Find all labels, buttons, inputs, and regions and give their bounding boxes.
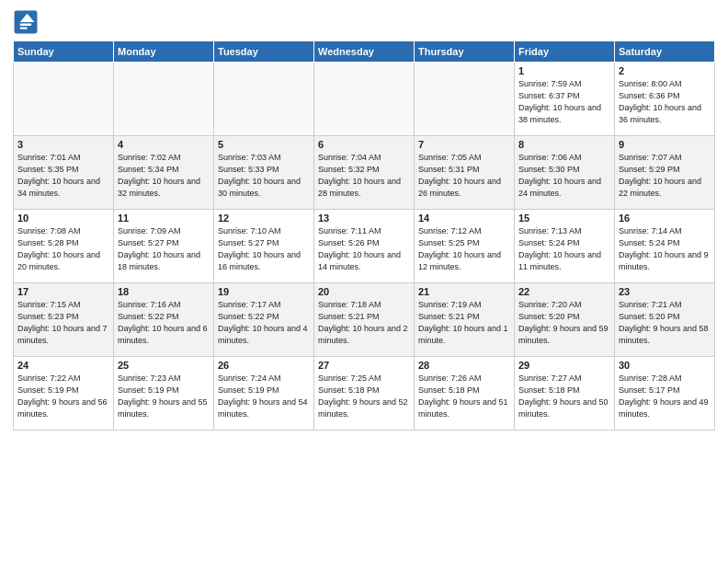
day-info: Sunrise: 7:12 AM Sunset: 5:25 PM Dayligh…	[418, 225, 510, 273]
calendar-week-row: 1Sunrise: 7:59 AM Sunset: 6:37 PM Daylig…	[14, 63, 715, 136]
day-info: Sunrise: 7:01 AM Sunset: 5:35 PM Dayligh…	[17, 152, 109, 200]
calendar-cell: 12Sunrise: 7:10 AM Sunset: 5:27 PM Dayli…	[214, 210, 314, 283]
calendar-cell: 3Sunrise: 7:01 AM Sunset: 5:35 PM Daylig…	[14, 136, 114, 210]
calendar-cell: 21Sunrise: 7:19 AM Sunset: 5:21 PM Dayli…	[415, 283, 515, 357]
calendar-cell	[214, 63, 314, 136]
day-number: 13	[318, 213, 410, 224]
day-number: 15	[518, 213, 610, 224]
weekday-header: Monday	[114, 41, 214, 63]
calendar-cell: 18Sunrise: 7:16 AM Sunset: 5:22 PM Dayli…	[114, 283, 214, 357]
calendar-cell: 1Sunrise: 7:59 AM Sunset: 6:37 PM Daylig…	[515, 63, 615, 136]
day-info: Sunrise: 7:25 AM Sunset: 5:18 PM Dayligh…	[318, 373, 410, 420]
day-number: 23	[619, 286, 711, 297]
calendar-cell: 14Sunrise: 7:12 AM Sunset: 5:25 PM Dayli…	[415, 210, 515, 283]
day-info: Sunrise: 7:08 AM Sunset: 5:28 PM Dayligh…	[17, 225, 109, 273]
calendar-cell: 24Sunrise: 7:22 AM Sunset: 5:19 PM Dayli…	[14, 357, 114, 431]
day-info: Sunrise: 7:17 AM Sunset: 5:22 PM Dayligh…	[218, 299, 310, 347]
day-info: Sunrise: 7:05 AM Sunset: 5:31 PM Dayligh…	[418, 152, 510, 200]
calendar-cell	[14, 63, 114, 136]
logo-icon	[13, 9, 39, 35]
day-number: 16	[619, 213, 711, 224]
day-number: 26	[218, 360, 310, 371]
day-number: 3	[17, 139, 109, 150]
day-number: 29	[518, 360, 610, 371]
calendar-cell: 5Sunrise: 7:03 AM Sunset: 5:33 PM Daylig…	[214, 136, 314, 210]
calendar-cell: 23Sunrise: 7:21 AM Sunset: 5:20 PM Dayli…	[615, 283, 715, 357]
day-info: Sunrise: 7:14 AM Sunset: 5:24 PM Dayligh…	[619, 225, 711, 273]
day-info: Sunrise: 7:07 AM Sunset: 5:29 PM Dayligh…	[619, 152, 711, 200]
page: SundayMondayTuesdayWednesdayThursdayFrid…	[0, 0, 728, 563]
day-number: 10	[17, 213, 109, 224]
day-number: 20	[318, 286, 410, 297]
calendar-cell	[415, 63, 515, 136]
day-info: Sunrise: 7:04 AM Sunset: 5:32 PM Dayligh…	[318, 152, 410, 200]
calendar-cell: 6Sunrise: 7:04 AM Sunset: 5:32 PM Daylig…	[314, 136, 415, 210]
calendar-cell: 9Sunrise: 7:07 AM Sunset: 5:29 PM Daylig…	[615, 136, 715, 210]
calendar-body: 1Sunrise: 7:59 AM Sunset: 6:37 PM Daylig…	[14, 63, 715, 431]
calendar-header: SundayMondayTuesdayWednesdayThursdayFrid…	[14, 41, 715, 63]
day-info: Sunrise: 7:59 AM Sunset: 6:37 PM Dayligh…	[518, 78, 610, 126]
svg-rect-2	[20, 24, 31, 26]
day-info: Sunrise: 7:27 AM Sunset: 5:18 PM Dayligh…	[518, 373, 610, 420]
calendar-cell: 7Sunrise: 7:05 AM Sunset: 5:31 PM Daylig…	[415, 136, 515, 210]
calendar-cell: 25Sunrise: 7:23 AM Sunset: 5:19 PM Dayli…	[114, 357, 214, 431]
day-info: Sunrise: 7:21 AM Sunset: 5:20 PM Dayligh…	[619, 299, 711, 347]
day-info: Sunrise: 7:15 AM Sunset: 5:23 PM Dayligh…	[17, 299, 109, 347]
calendar-table: SundayMondayTuesdayWednesdayThursdayFrid…	[13, 40, 715, 431]
day-number: 28	[418, 360, 510, 371]
day-number: 22	[518, 286, 610, 297]
day-number: 19	[218, 286, 310, 297]
day-info: Sunrise: 7:28 AM Sunset: 5:17 PM Dayligh…	[619, 373, 711, 420]
calendar-cell: 22Sunrise: 7:20 AM Sunset: 5:20 PM Dayli…	[515, 283, 615, 357]
calendar-cell: 15Sunrise: 7:13 AM Sunset: 5:24 PM Dayli…	[515, 210, 615, 283]
logo	[13, 9, 42, 35]
day-info: Sunrise: 7:16 AM Sunset: 5:22 PM Dayligh…	[118, 299, 210, 347]
day-number: 2	[619, 65, 711, 76]
calendar-week-row: 10Sunrise: 7:08 AM Sunset: 5:28 PM Dayli…	[14, 210, 715, 283]
day-number: 21	[418, 286, 510, 297]
weekday-header: Sunday	[14, 41, 114, 63]
calendar-cell: 13Sunrise: 7:11 AM Sunset: 5:26 PM Dayli…	[314, 210, 415, 283]
calendar-cell: 10Sunrise: 7:08 AM Sunset: 5:28 PM Dayli…	[14, 210, 114, 283]
day-number: 27	[318, 360, 410, 371]
weekday-header: Saturday	[615, 41, 715, 63]
calendar-cell: 2Sunrise: 8:00 AM Sunset: 6:36 PM Daylig…	[615, 63, 715, 136]
day-info: Sunrise: 7:11 AM Sunset: 5:26 PM Dayligh…	[318, 225, 410, 273]
svg-rect-3	[20, 27, 28, 29]
calendar-week-row: 17Sunrise: 7:15 AM Sunset: 5:23 PM Dayli…	[14, 283, 715, 357]
weekday-header: Thursday	[415, 41, 515, 63]
day-number: 14	[418, 213, 510, 224]
day-info: Sunrise: 7:19 AM Sunset: 5:21 PM Dayligh…	[418, 299, 510, 347]
calendar-cell: 30Sunrise: 7:28 AM Sunset: 5:17 PM Dayli…	[615, 357, 715, 431]
calendar-cell: 28Sunrise: 7:26 AM Sunset: 5:18 PM Dayli…	[415, 357, 515, 431]
header	[13, 9, 715, 35]
calendar-cell: 20Sunrise: 7:18 AM Sunset: 5:21 PM Dayli…	[314, 283, 415, 357]
day-number: 5	[218, 139, 310, 150]
day-number: 30	[619, 360, 711, 371]
calendar-week-row: 3Sunrise: 7:01 AM Sunset: 5:35 PM Daylig…	[14, 136, 715, 210]
day-number: 8	[518, 139, 610, 150]
calendar-cell: 4Sunrise: 7:02 AM Sunset: 5:34 PM Daylig…	[114, 136, 214, 210]
day-info: Sunrise: 7:20 AM Sunset: 5:20 PM Dayligh…	[518, 299, 610, 347]
calendar-cell: 29Sunrise: 7:27 AM Sunset: 5:18 PM Dayli…	[515, 357, 615, 431]
day-number: 17	[17, 286, 109, 297]
weekday-header-row: SundayMondayTuesdayWednesdayThursdayFrid…	[14, 41, 715, 63]
weekday-header: Friday	[515, 41, 615, 63]
calendar-cell: 17Sunrise: 7:15 AM Sunset: 5:23 PM Dayli…	[14, 283, 114, 357]
calendar-cell: 27Sunrise: 7:25 AM Sunset: 5:18 PM Dayli…	[314, 357, 415, 431]
day-number: 12	[218, 213, 310, 224]
day-number: 4	[118, 139, 210, 150]
day-info: Sunrise: 7:03 AM Sunset: 5:33 PM Dayligh…	[218, 152, 310, 200]
day-info: Sunrise: 7:26 AM Sunset: 5:18 PM Dayligh…	[418, 373, 510, 420]
weekday-header: Wednesday	[314, 41, 415, 63]
calendar-cell: 8Sunrise: 7:06 AM Sunset: 5:30 PM Daylig…	[515, 136, 615, 210]
day-number: 18	[118, 286, 210, 297]
day-info: Sunrise: 7:22 AM Sunset: 5:19 PM Dayligh…	[17, 373, 109, 420]
calendar-week-row: 24Sunrise: 7:22 AM Sunset: 5:19 PM Dayli…	[14, 357, 715, 431]
day-info: Sunrise: 7:13 AM Sunset: 5:24 PM Dayligh…	[518, 225, 610, 273]
day-number: 1	[518, 65, 610, 76]
day-info: Sunrise: 7:06 AM Sunset: 5:30 PM Dayligh…	[518, 152, 610, 200]
day-info: Sunrise: 7:09 AM Sunset: 5:27 PM Dayligh…	[118, 225, 210, 273]
day-info: Sunrise: 7:10 AM Sunset: 5:27 PM Dayligh…	[218, 225, 310, 273]
calendar-cell: 16Sunrise: 7:14 AM Sunset: 5:24 PM Dayli…	[615, 210, 715, 283]
